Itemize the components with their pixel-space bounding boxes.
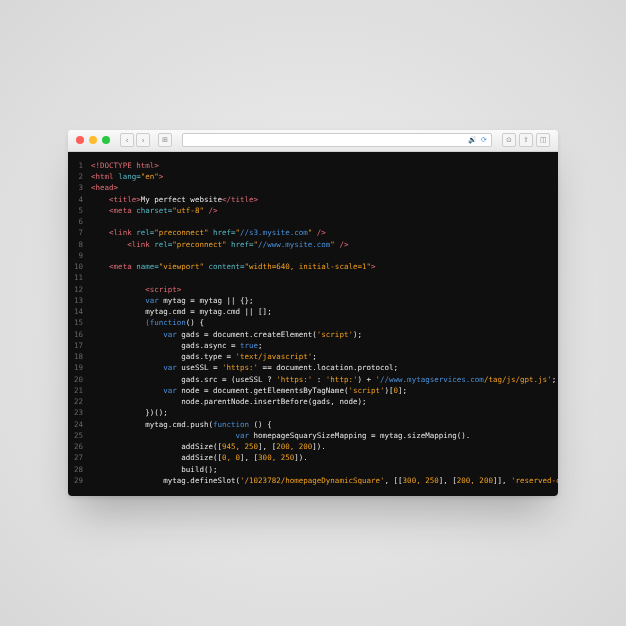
browser-window: ‹ › ⊞ 🔊 ⟳ ⊙ ⇧ ◫ 123456789101112131415161… [68, 130, 558, 496]
line-number: 1 [74, 160, 83, 171]
line-number: 2 [74, 171, 83, 182]
line-number: 21 [74, 385, 83, 396]
line-number: 19 [74, 362, 83, 373]
line-number: 26 [74, 441, 83, 452]
line-number: 17 [74, 340, 83, 351]
code-line[interactable]: gads.async = true; [91, 340, 558, 351]
code-line[interactable]: <!DOCTYPE html> [91, 160, 558, 171]
line-number: 13 [74, 295, 83, 306]
close-button[interactable] [76, 136, 84, 144]
line-number: 24 [74, 419, 83, 430]
code-line[interactable]: build(); [91, 464, 558, 475]
code-line[interactable]: var useSSL = 'https:' == document.locati… [91, 362, 558, 373]
code-line[interactable]: mytag.cmd = mytag.cmd || []; [91, 306, 558, 317]
maximize-button[interactable] [102, 136, 110, 144]
line-number: 27 [74, 452, 83, 463]
line-number: 8 [74, 239, 83, 250]
line-number: 3 [74, 182, 83, 193]
line-number: 11 [74, 272, 83, 283]
code-line[interactable]: <meta name="viewport" content="width=640… [91, 261, 558, 272]
toolbar-icon-1[interactable]: ⊙ [502, 133, 516, 147]
line-number: 22 [74, 396, 83, 407]
titlebar: ‹ › ⊞ 🔊 ⟳ ⊙ ⇧ ◫ [68, 130, 558, 152]
line-number: 6 [74, 216, 83, 227]
line-number: 15 [74, 317, 83, 328]
line-number: 28 [74, 464, 83, 475]
code-line[interactable]: mytag.defineSlot('/1023782/homepageDynam… [91, 475, 558, 486]
code-line[interactable]: addSize([0, 0], [300, 250]). [91, 452, 558, 463]
line-number: 7 [74, 227, 83, 238]
share-icon[interactable]: ⇧ [519, 133, 533, 147]
code-line[interactable]: var homepageSquarySizeMapping = mytag.si… [91, 430, 558, 441]
code-line[interactable] [91, 272, 558, 283]
line-number: 5 [74, 205, 83, 216]
code-line[interactable]: <link rel="preconnect" href="//s3.mysite… [91, 227, 558, 238]
code-line[interactable]: var node = document.getElementsByTagName… [91, 385, 558, 396]
code-line[interactable]: (function() { [91, 317, 558, 328]
tabs-button[interactable]: ⊞ [158, 133, 172, 147]
code-line[interactable]: <script> [91, 284, 558, 295]
forward-button[interactable]: › [136, 133, 150, 147]
line-number: 20 [74, 374, 83, 385]
code-line[interactable]: <link rel="preconnect" href="//www.mysit… [91, 239, 558, 250]
tabs-icon[interactable]: ◫ [536, 133, 550, 147]
back-button[interactable]: ‹ [120, 133, 134, 147]
code-line[interactable]: gads.src = (useSSL ? 'https:' : 'http:')… [91, 374, 558, 385]
code-line[interactable] [91, 216, 558, 227]
line-number: 29 [74, 475, 83, 486]
line-number: 12 [74, 284, 83, 295]
line-number: 25 [74, 430, 83, 441]
code-editor: 1234567891011121314151617181920212223242… [68, 152, 558, 496]
code-line[interactable]: <head> [91, 182, 558, 193]
code-content[interactable]: <!DOCTYPE html><html lang="en"><head> <t… [91, 160, 558, 486]
code-line[interactable]: })(); [91, 407, 558, 418]
code-line[interactable]: gads.type = 'text/javascript'; [91, 351, 558, 362]
line-number: 18 [74, 351, 83, 362]
minimize-button[interactable] [89, 136, 97, 144]
line-number: 10 [74, 261, 83, 272]
code-line[interactable]: var gads = document.createElement('scrip… [91, 329, 558, 340]
code-line[interactable]: node.parentNode.insertBefore(gads, node)… [91, 396, 558, 407]
reload-icon[interactable]: ⟳ [481, 136, 487, 144]
line-number-gutter: 1234567891011121314151617181920212223242… [68, 160, 91, 486]
code-line[interactable]: mytag.cmd.push(function () { [91, 419, 558, 430]
line-number: 4 [74, 194, 83, 205]
code-line[interactable]: addSize([945, 250], [200, 200]). [91, 441, 558, 452]
code-line[interactable] [91, 250, 558, 261]
code-line[interactable]: <title>My perfect website</title> [91, 194, 558, 205]
line-number: 9 [74, 250, 83, 261]
url-bar[interactable]: 🔊 ⟳ [182, 133, 492, 147]
line-number: 16 [74, 329, 83, 340]
code-line[interactable]: <html lang="en"> [91, 171, 558, 182]
code-line[interactable]: var mytag = mytag || {}; [91, 295, 558, 306]
code-line[interactable]: <meta charset="utf-8" /> [91, 205, 558, 216]
toolbar-icons: ⊙ ⇧ ◫ [502, 133, 550, 147]
traffic-lights [76, 136, 110, 144]
line-number: 23 [74, 407, 83, 418]
line-number: 14 [74, 306, 83, 317]
volume-icon: 🔊 [468, 136, 477, 144]
nav-arrows: ‹ › [120, 133, 150, 147]
